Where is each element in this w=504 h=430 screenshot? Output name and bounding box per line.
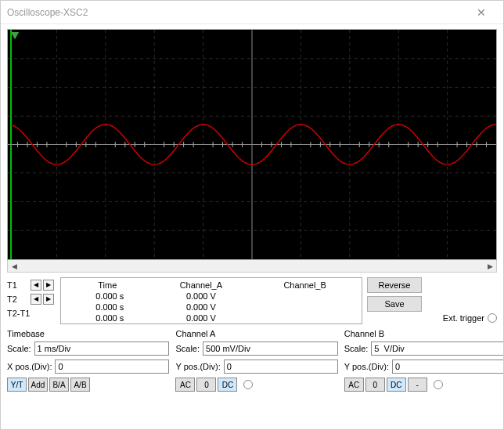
channel-a-title: Channel A <box>175 329 337 338</box>
readout-header-chb: Channel_B <box>253 280 357 291</box>
reverse-button[interactable]: Reverse <box>367 277 422 293</box>
table-row: 0.000 s0.000 V <box>66 291 357 302</box>
readout-header-time: Time <box>66 280 149 291</box>
mode-ab-button[interactable]: A/B <box>70 378 90 392</box>
cha-ac-button[interactable]: AC <box>175 378 195 392</box>
scroll-left-icon[interactable]: ◀ <box>8 260 20 272</box>
t1-left-button[interactable]: ◀ <box>31 280 41 291</box>
timebase-scale-label: Scale: <box>7 344 31 353</box>
cha-scale-input[interactable] <box>203 341 338 356</box>
channel-a-group: Channel A Scale: Y pos.(Div): AC 0 DC <box>175 329 337 395</box>
mode-add-button[interactable]: Add <box>28 378 48 392</box>
chb-zero-button[interactable]: 0 <box>365 378 385 392</box>
readout-header-cha: Channel_A <box>149 280 254 291</box>
mode-ba-button[interactable]: B/A <box>49 378 69 392</box>
chb-scale-label: Scale: <box>344 344 369 353</box>
timebase-xpos-input[interactable] <box>55 360 169 374</box>
cursor-controls: T1 ◀ ▶ T2 ◀ ▶ T2-T1 <box>7 277 56 324</box>
cursor-t1-label: T1 <box>7 280 29 290</box>
chb-ac-button[interactable]: AC <box>344 378 364 392</box>
t1-right-button[interactable]: ▶ <box>43 280 54 291</box>
ext-trigger-label: Ext. trigger <box>443 313 484 323</box>
scroll-track[interactable] <box>20 260 484 272</box>
save-button[interactable]: Save <box>367 296 422 312</box>
cha-ypos-label: Y pos.(Div): <box>175 362 220 371</box>
chb-ypos-label: Y pos.(Div): <box>344 362 389 371</box>
oscilloscope-display[interactable] <box>7 29 497 260</box>
cursor-t2-label: T2 <box>7 294 29 304</box>
chb-scale-input[interactable] <box>371 341 504 356</box>
cha-enable-radio[interactable] <box>243 380 253 389</box>
timebase-group: Timebase Scale: X pos.(Div): Y/T Add B/A… <box>7 329 169 395</box>
chb-ypos-input[interactable] <box>392 360 504 374</box>
chb-minus-button[interactable]: - <box>408 378 427 392</box>
t2-right-button[interactable]: ▶ <box>43 294 54 305</box>
measurement-readout: Time Channel_A Channel_B 0.000 s0.000 V … <box>60 277 362 324</box>
timebase-xpos-label: X pos.(Div): <box>7 362 52 371</box>
ext-trigger-radio[interactable] <box>488 313 497 323</box>
channel-b-title: Channel B <box>344 329 504 338</box>
chb-dc-button[interactable]: DC <box>387 378 406 392</box>
horizontal-scrollbar[interactable]: ◀ ▶ <box>7 260 497 273</box>
cha-zero-button[interactable]: 0 <box>196 378 216 392</box>
cha-scale-label: Scale: <box>175 344 200 353</box>
timebase-scale-input[interactable] <box>34 341 170 356</box>
close-icon[interactable]: ✕ <box>466 6 497 19</box>
t2-left-button[interactable]: ◀ <box>31 294 41 305</box>
timebase-title: Timebase <box>7 329 169 338</box>
table-row: 0.000 s0.000 V <box>66 313 357 323</box>
cursor-diff-label: T2-T1 <box>7 309 30 318</box>
channel-b-group: Channel B Scale: Y pos.(Div): AC 0 DC - <box>344 329 504 395</box>
table-row: 0.000 s0.000 V <box>66 302 357 313</box>
cha-ypos-input[interactable] <box>224 360 338 374</box>
chb-enable-radio[interactable] <box>434 380 443 389</box>
mode-yt-button[interactable]: Y/T <box>7 378 27 392</box>
scroll-right-icon[interactable]: ▶ <box>484 260 496 272</box>
window-title: Oscilloscope-XSC2 <box>7 7 466 18</box>
cha-dc-button[interactable]: DC <box>218 378 237 392</box>
